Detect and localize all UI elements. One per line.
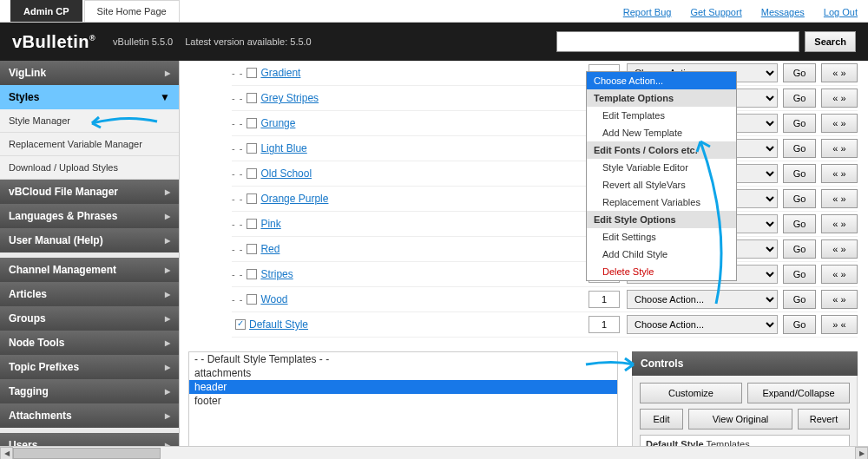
link-messages[interactable]: Messages: [761, 7, 805, 17]
dropdown-add-template[interactable]: Add New Template: [587, 124, 736, 141]
sidebar-item-attachments[interactable]: Attachments▶: [0, 403, 179, 428]
go-button[interactable]: Go: [783, 114, 816, 133]
scrollbar-thumb[interactable]: [13, 448, 161, 459]
style-checkbox[interactable]: [247, 118, 257, 128]
main-content: - - GradientChoose Action...Go« »- - Gre…: [180, 61, 868, 459]
search-wrap: Search: [556, 31, 856, 52]
template-item-header[interactable]: header: [189, 380, 617, 394]
dropdown-delete-style[interactable]: Delete Style: [587, 263, 736, 280]
template-item-footer[interactable]: footer: [189, 394, 617, 408]
action-select[interactable]: Choose Action...: [627, 315, 778, 334]
move-button[interactable]: « »: [821, 89, 858, 108]
sidebar-item-vbcloud[interactable]: vBCloud File Manager▶: [0, 180, 179, 204]
style-checkbox[interactable]: [247, 143, 257, 154]
style-link[interactable]: Orange Purple: [260, 193, 328, 205]
link-log-out[interactable]: Log Out: [824, 7, 858, 17]
go-button[interactable]: Go: [783, 89, 816, 108]
template-listbox[interactable]: - - Default Style Templates - - attachme…: [188, 351, 618, 456]
style-link[interactable]: Gradient: [260, 67, 300, 79]
revert-button[interactable]: Revert: [798, 409, 850, 429]
sidebar-item-user-manual[interactable]: User Manual (Help)▶: [0, 228, 179, 252]
sidebar-item-viglink[interactable]: VigLink▶: [0, 61, 179, 85]
go-button[interactable]: Go: [783, 265, 816, 284]
style-link[interactable]: Grunge: [260, 117, 295, 129]
sidebar-item-styles[interactable]: Styles▼: [0, 85, 179, 109]
style-checkbox[interactable]: [247, 68, 257, 78]
link-get-support[interactable]: Get Support: [690, 7, 741, 17]
sidebar-item-download-upload[interactable]: Download / Upload Styles: [0, 156, 179, 180]
dropdown-replacement-vars[interactable]: Replacement Variables: [587, 193, 736, 211]
scroll-left-icon[interactable]: ◀: [0, 447, 13, 460]
tab-site-home[interactable]: Site Home Page: [84, 0, 180, 22]
action-select[interactable]: Choose Action...: [627, 290, 778, 309]
move-button[interactable]: « »: [821, 63, 858, 82]
scroll-right-icon[interactable]: ▶: [855, 447, 868, 460]
sidebar-item-articles[interactable]: Articles▶: [0, 282, 179, 306]
style-checkbox[interactable]: [247, 93, 257, 103]
dropdown-section-templates: Template Options: [587, 89, 736, 107]
style-link[interactable]: Light Blue: [260, 142, 306, 154]
version-text: vBulletin 5.5.0: [113, 36, 173, 47]
display-order-input[interactable]: [589, 316, 620, 333]
sidebar-item-replacement-vars[interactable]: Replacement Variable Manager: [0, 133, 179, 156]
sidebar-item-groups[interactable]: Groups▶: [0, 306, 179, 331]
search-input[interactable]: [556, 31, 799, 52]
expand-collapse-button[interactable]: Expand/Collapse: [747, 383, 850, 403]
go-button[interactable]: Go: [783, 139, 816, 158]
link-report-bug[interactable]: Report Bug: [623, 7, 672, 17]
style-row: - - GradientChoose Action...Go« »: [232, 61, 858, 86]
move-button[interactable]: « »: [821, 239, 858, 259]
move-button[interactable]: « »: [821, 164, 858, 183]
sidebar-item-topic-prefixes[interactable]: Topic Prefixes▶: [0, 355, 179, 379]
style-checkbox[interactable]: [247, 168, 257, 179]
go-button[interactable]: Go: [783, 214, 816, 233]
dropdown-header[interactable]: Choose Action...: [587, 72, 736, 89]
sidebar-item-tagging[interactable]: Tagging▶: [0, 379, 179, 403]
display-order-input[interactable]: [589, 291, 620, 308]
style-checkbox[interactable]: [247, 244, 257, 254]
style-link[interactable]: Wood: [260, 293, 287, 305]
indent-dashes: - -: [232, 294, 243, 305]
style-checkbox[interactable]: [247, 269, 257, 279]
go-button[interactable]: Go: [783, 290, 816, 309]
tab-admin-cp[interactable]: Admin CP: [10, 0, 82, 22]
dropdown-edit-settings[interactable]: Edit Settings: [587, 228, 736, 246]
go-button[interactable]: Go: [783, 189, 816, 208]
style-checkbox[interactable]: [235, 319, 246, 330]
style-link[interactable]: Old School: [260, 167, 312, 180]
move-button[interactable]: « »: [821, 114, 858, 133]
go-button[interactable]: Go: [783, 239, 816, 259]
style-link[interactable]: Red: [260, 243, 279, 255]
template-item-attachments[interactable]: attachments: [189, 366, 617, 380]
sidebar-item-languages[interactable]: Languages & Phrases▶: [0, 204, 179, 228]
style-checkbox[interactable]: [247, 219, 257, 229]
dropdown-edit-templates[interactable]: Edit Templates: [587, 107, 736, 124]
sidebar-item-channel-mgmt[interactable]: Channel Management▶: [0, 258, 179, 282]
dropdown-revert-stylevars[interactable]: Revert all StyleVars: [587, 176, 736, 193]
move-button[interactable]: « »: [821, 189, 858, 208]
style-row: - - GrungeChoose Action...Go« »: [232, 111, 858, 136]
horizontal-scrollbar[interactable]: ◀ ▶: [0, 446, 868, 459]
edit-button[interactable]: Edit: [640, 409, 683, 429]
dropdown-style-var-editor[interactable]: Style Variable Editor: [587, 159, 736, 176]
customize-button[interactable]: Customize: [640, 383, 742, 403]
move-button[interactable]: « »: [821, 214, 858, 233]
sidebar-item-node-tools[interactable]: Node Tools▶: [0, 331, 179, 355]
go-button[interactable]: Go: [783, 315, 816, 334]
move-button[interactable]: » «: [821, 315, 858, 334]
style-link[interactable]: Grey Stripes: [260, 92, 319, 104]
style-link[interactable]: Pink: [260, 218, 280, 230]
go-button[interactable]: Go: [783, 63, 816, 82]
sidebar-item-style-manager[interactable]: Style Manager: [0, 109, 179, 133]
style-checkbox[interactable]: [247, 193, 257, 204]
search-button[interactable]: Search: [805, 31, 856, 52]
move-button[interactable]: « »: [821, 139, 858, 158]
style-link[interactable]: Stripes: [260, 268, 293, 280]
dropdown-add-child[interactable]: Add Child Style: [587, 246, 736, 263]
style-checkbox[interactable]: [247, 294, 257, 305]
view-original-button[interactable]: View Original: [688, 409, 792, 429]
style-link[interactable]: Default Style: [249, 318, 308, 331]
move-button[interactable]: « »: [821, 290, 858, 309]
move-button[interactable]: « »: [821, 265, 858, 284]
go-button[interactable]: Go: [783, 164, 816, 183]
